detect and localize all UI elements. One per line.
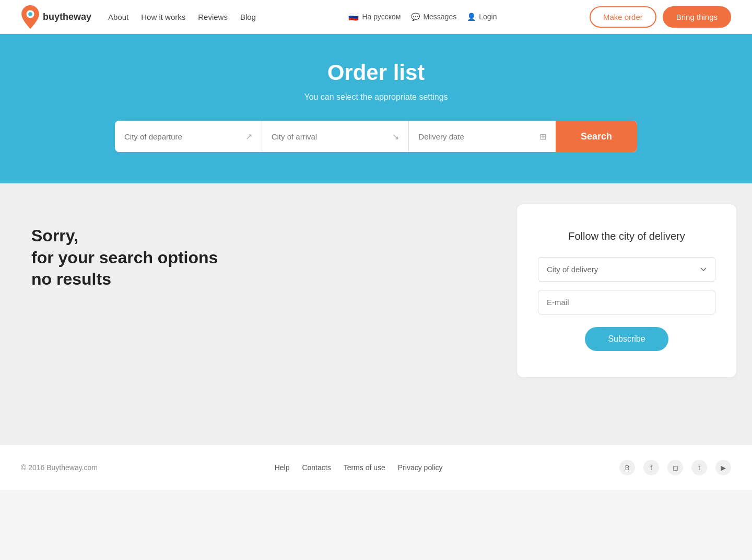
departure-field[interactable]: ↗ (115, 121, 262, 152)
search-bar: ↗ ↘ ⊞ Search (115, 121, 637, 152)
header-center: 🇷🇺 На русском 💬 Messages 👤 Login (348, 12, 497, 22)
header-right: Make order Bring things (590, 6, 731, 28)
logo-text: buytheway (43, 11, 91, 22)
results-area: Sorry, for your search options no result… (0, 183, 501, 445)
footer-link-help[interactable]: Help (275, 463, 290, 472)
logo-icon (21, 5, 40, 29)
bring-things-button[interactable]: Bring things (663, 6, 731, 28)
messages-button[interactable]: 💬 Messages (411, 13, 456, 21)
footer-link-terms[interactable]: Terms of use (344, 463, 385, 472)
user-icon: 👤 (467, 13, 476, 21)
arrival-field[interactable]: ↘ (262, 121, 409, 152)
subscribe-card: Follow the city of delivery City of deli… (517, 204, 736, 377)
arrow-up-right-icon: ↗ (245, 132, 252, 142)
search-button[interactable]: Search (556, 121, 637, 152)
sidebar: Follow the city of delivery City of deli… (501, 183, 752, 445)
nav-how-it-works[interactable]: How it works (141, 13, 185, 21)
footer-link-contacts[interactable]: Contacts (302, 463, 331, 472)
footer-copyright: © 2016 Buytheway.com (21, 463, 98, 472)
vk-icon[interactable]: В (619, 460, 635, 475)
header-left: buytheway About How it works Reviews Blo… (21, 5, 256, 29)
main-nav: About How it works Reviews Blog (108, 13, 256, 21)
logo[interactable]: buytheway (21, 5, 91, 29)
svg-point-1 (28, 12, 32, 16)
youtube-icon[interactable]: ▶ (715, 460, 731, 475)
nav-reviews[interactable]: Reviews (198, 13, 228, 21)
arrow-down-right-icon: ↘ (392, 132, 399, 142)
no-results-line1: Sorry, (31, 226, 78, 245)
departure-input[interactable] (124, 132, 245, 141)
language-button[interactable]: 🇷🇺 На русском (348, 12, 401, 22)
footer-links: Help Contacts Terms of use Privacy polic… (275, 463, 443, 472)
nav-about[interactable]: About (108, 13, 128, 21)
calendar-icon: ⊞ (539, 132, 546, 142)
footer-social: В f ◻ t ▶ (619, 460, 731, 475)
page-title: Order list (21, 60, 731, 85)
instagram-icon[interactable]: ◻ (667, 460, 683, 475)
subscribe-title: Follow the city of delivery (538, 230, 715, 242)
city-of-delivery-select[interactable]: City of delivery (538, 257, 715, 282)
nav-blog[interactable]: Blog (240, 13, 256, 21)
footer-link-privacy[interactable]: Privacy policy (398, 463, 443, 472)
subscribe-button[interactable]: Subscribe (585, 327, 668, 351)
hero-subtitle: You can select the appropriate settings (21, 92, 731, 102)
login-button[interactable]: 👤 Login (467, 13, 497, 21)
flag-icon: 🇷🇺 (348, 12, 359, 22)
email-input[interactable] (538, 290, 715, 314)
facebook-icon[interactable]: f (643, 460, 659, 475)
make-order-button[interactable]: Make order (590, 6, 656, 28)
hero-section: Order list You can select the appropriat… (0, 34, 752, 183)
message-icon: 💬 (411, 13, 420, 21)
twitter-icon[interactable]: t (691, 460, 707, 475)
lang-label: На русском (362, 13, 401, 21)
no-results-message: Sorry, for your search options no result… (31, 225, 470, 290)
arrival-input[interactable] (272, 132, 393, 141)
main-content: Sorry, for your search options no result… (0, 183, 752, 445)
no-results-line2: for your search options (31, 248, 218, 267)
date-input[interactable] (418, 132, 539, 141)
no-results-line3: no results (31, 270, 111, 288)
footer: © 2016 Buytheway.com Help Contacts Terms… (0, 445, 752, 490)
header: buytheway About How it works Reviews Blo… (0, 0, 752, 34)
date-field[interactable]: ⊞ (409, 121, 556, 152)
